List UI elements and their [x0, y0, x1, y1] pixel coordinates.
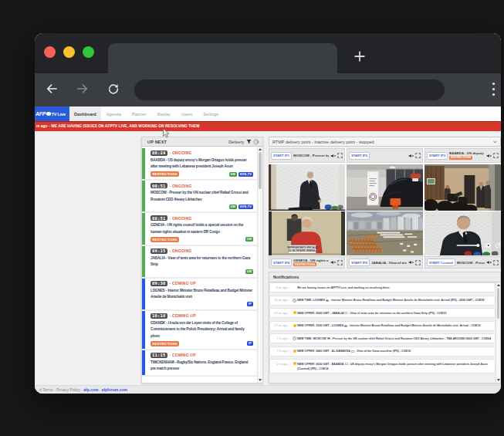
status-label: - ONGOING — [170, 184, 192, 188]
notification-text: - Interior Minister Bruno Retailleau and… — [348, 324, 480, 327]
notification-time: 24 m ago - — [272, 311, 292, 316]
up-next-item[interactable]: 08:51- ONGOING GENEVA - UN rights counci… — [142, 213, 257, 246]
back-icon[interactable] — [46, 83, 58, 95]
window-minimize-button[interactable] — [63, 46, 75, 58]
stream-header-ip3: START IP3 BAABDA - US deputy en... RESTR… — [425, 148, 501, 163]
notification-row[interactable]: 24 m ago - NEW OFFER: 0920 GMT - JABALIA… — [269, 308, 496, 318]
video-player-ip4[interactable]: REPRESENTANTE SPECIALE DU SECRETAIRE GEN… — [269, 211, 345, 255]
stream-header-curated: START Curated MOSCOW - Press... — [425, 256, 501, 269]
footer-separator: . — [54, 387, 55, 392]
notification-icon-none — [292, 286, 297, 286]
item-title: GDANSK - Ursula von der Leyen visits of … — [151, 320, 253, 340]
delivery-point-selector[interactable]: RTMP delivery point - Inactive delivery … — [269, 137, 501, 147]
video-player-curated[interactable] — [425, 211, 501, 255]
filter-funnel-icon[interactable] — [246, 139, 252, 144]
start-ip5-button[interactable]: START IP5 — [349, 259, 370, 266]
nav-tab-planner[interactable]: Planner — [127, 106, 152, 121]
svg-text:DU SECRETAIRE GENERAL: DU SECRETAIRE GENERAL — [289, 249, 316, 252]
up-next-item[interactable]: 08:24- ONGOING BAABDA - US deputy envoy'… — [142, 148, 257, 181]
notification-row[interactable]: 27 m ago - NEW OFFER: 1030 GMT - LOGNES-… — [269, 321, 496, 331]
browser-toolbar — [35, 73, 501, 106]
notification-time: 1 h ago - — [272, 336, 292, 341]
mute-icon[interactable] — [486, 260, 492, 265]
scrollbar-thumb[interactable] — [497, 288, 499, 319]
nav-tab-replay[interactable]: Replay — [152, 106, 176, 121]
fullscreen-icon[interactable] — [337, 153, 343, 158]
fullscreen-icon[interactable] — [337, 260, 343, 265]
notification-row[interactable]: 16 m ago - NEW TIME: LOGNES- Interior Mi… — [269, 296, 496, 306]
up-next-scrollbar[interactable] — [257, 147, 262, 383]
new-offer-dot-icon — [293, 311, 296, 314]
up-next-item[interactable]: 08:51- ONGOING MOSCOW - Presser by the U… — [142, 181, 257, 213]
mute-icon[interactable] — [486, 154, 492, 158]
notification-row[interactable]: 9 m ago - We are having issues on AFPTV … — [269, 282, 496, 292]
nav-tab-dashboard[interactable]: Dashboard — [69, 106, 101, 121]
fullscreen-icon[interactable] — [415, 153, 421, 158]
video-player-ip5[interactable] — [347, 211, 423, 255]
video-grid: START IP1 MOSCOW - Presser by t... — [269, 148, 501, 269]
dashboard-content: UP NEXT Delivery 08:24- ONGOING — [35, 131, 501, 385]
address-bar[interactable] — [134, 79, 445, 100]
video-player-ip3[interactable] — [425, 164, 501, 211]
notification-text: - Presser by the UN nuclear chief Rafael… — [331, 337, 491, 340]
footer-afp-link[interactable]: afp.com — [83, 387, 98, 392]
up-next-item[interactable]: 09:15- ONGOING JABALIA - View of tents a… — [142, 246, 257, 279]
scroll-up-arrow[interactable] — [497, 284, 500, 286]
time-badge: 08:51 — [151, 183, 167, 188]
scrollbar-thumb[interactable] — [259, 152, 262, 189]
item-title: TWICKENHAM - Rugby/Six Nations. England-… — [151, 360, 253, 373]
mute-icon[interactable] — [408, 154, 414, 158]
forward-icon[interactable] — [76, 83, 89, 95]
notification-row[interactable]: 1 h ago - NEW TIME: MOSCOW- Presser by t… — [269, 333, 496, 343]
mute-icon[interactable] — [408, 260, 414, 265]
notifications-scrollbar[interactable] — [496, 282, 500, 383]
export-icon[interactable] — [253, 139, 259, 145]
delivery-panel: RTMP delivery point - Inactive delivery … — [269, 137, 501, 269]
footer-privacy-link[interactable]: Privacy Policy — [56, 387, 80, 392]
notification-row[interactable]: 1 h ago - NEW OFFER: 0800 GMT - AL-DAWAY… — [269, 346, 496, 357]
scroll-up-arrow[interactable] — [259, 148, 262, 150]
new-tab-icon[interactable] — [351, 48, 368, 65]
up-next-item[interactable]: 11:15- COMING UP TWICKENHAM - Rugby/Six … — [142, 350, 257, 377]
notification-text: - View of the Gaza coastline (IP5) - COE… — [355, 350, 411, 353]
start-ip3-button[interactable]: START IP3 — [427, 152, 448, 160]
video-player-ip1[interactable] — [269, 164, 345, 211]
restrictions-badge: RESTRICTIONS — [293, 262, 316, 266]
nav-tab-settings[interactable]: Settings — [198, 106, 224, 121]
mute-icon[interactable] — [330, 260, 336, 265]
scroll-down-arrow[interactable] — [497, 379, 500, 381]
start-ip4-button[interactable]: START IP4 — [271, 259, 292, 266]
page-footer: d Terms . Privacy Policy . afp.com . afp… — [35, 385, 501, 394]
window-close-button[interactable] — [44, 46, 56, 58]
fullscreen-icon[interactable] — [493, 153, 499, 158]
reload-icon[interactable] — [107, 83, 120, 95]
alert-banner[interactable]: m ago - WE ARE HAVING ISSUES ON AFPTV LI… — [35, 121, 501, 131]
browser-menu-icon[interactable] — [489, 81, 498, 97]
notifications-panel: Notifications 9 m ago - We are having is… — [269, 272, 501, 384]
up-next-item[interactable]: 10:10- COMING UP GDANSK - Ursula von der… — [142, 311, 257, 350]
notification-row[interactable]: 2 h ago - NEW OFFER: 0630 GMT - BAABDA- … — [269, 359, 496, 373]
up-next-item[interactable]: 09:30- COMING UP LOGNES - Interior Minis… — [142, 279, 257, 311]
browser-active-tab[interactable] — [108, 43, 337, 73]
nav-tab-users[interactable]: Users — [176, 106, 198, 121]
notification-text: NEW TIME: MOSCOW — [297, 337, 326, 340]
stream-header-ip4: START IP4 GENEVA - UN rights cou... REST… — [269, 256, 345, 269]
notification-time: 16 m ago - — [272, 298, 292, 302]
fullscreen-icon[interactable] — [493, 260, 499, 265]
footer-terms-link[interactable]: Terms — [42, 387, 53, 392]
notification-text: NEW OFFER: 0920 GMT - JABALIA — [297, 312, 343, 315]
video-player-ip2[interactable] — [347, 164, 423, 211]
footer-afpforum-link[interactable]: afpforum.com — [102, 387, 127, 392]
start-ip2-button[interactable]: START IP2 — [349, 152, 370, 160]
notification-time: 27 m ago - — [272, 323, 292, 328]
scroll-down-arrow[interactable] — [259, 379, 262, 381]
delivery-badge-blue: EVN-TV — [238, 172, 253, 177]
afp-tv-live-logo[interactable]: AFP TV Live — [35, 106, 69, 121]
start-ip1-button[interactable]: START IP1 — [271, 152, 292, 160]
start-curated-button[interactable]: START Curated — [427, 259, 455, 266]
fullscreen-icon[interactable] — [415, 260, 421, 265]
mute-icon[interactable] — [330, 154, 336, 158]
stream-title: BAABDA - US deputy en... — [449, 151, 485, 155]
window-zoom-button[interactable] — [83, 46, 94, 58]
nav-tab-agenda[interactable]: Agenda — [101, 106, 127, 121]
